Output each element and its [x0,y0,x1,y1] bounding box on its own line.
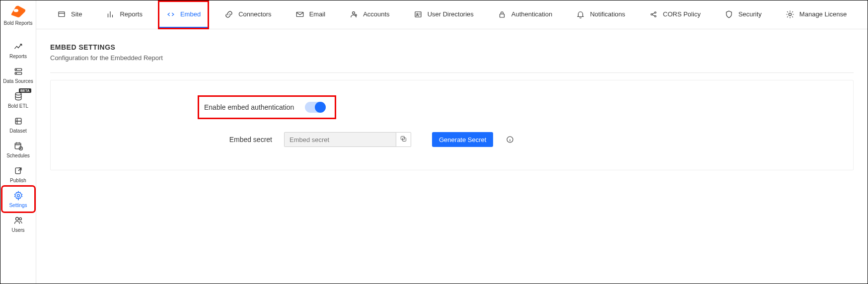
svg-point-18 [417,13,418,14]
svg-rect-14 [296,12,303,16]
embed-secret-input[interactable] [284,132,396,147]
settings-panel: Enable embed authentication Embed secret [50,80,854,170]
svg-point-21 [654,11,656,13]
enable-embed-auth-toggle[interactable] [305,102,326,113]
svg-point-4 [16,73,16,73]
tab-security[interactable]: Security [718,2,769,28]
dataset-icon [13,116,23,126]
enable-embed-auth-label: Enable embed authentication [204,103,294,111]
tab-cors-policy[interactable]: CORS Policy [642,2,708,28]
tab-label: Email [309,10,326,18]
tab-label: Manage License [799,10,847,18]
sidebar-item-label: Data Sources [3,78,33,84]
copy-secret-button[interactable] [396,132,411,147]
bars-icon [106,10,115,19]
chart-line-icon [13,42,23,52]
users-icon [13,215,23,225]
share-icon [13,166,23,176]
tab-embed[interactable]: Embed [159,2,208,28]
tab-manage-license[interactable]: Manage License [779,2,854,28]
server-icon [13,67,23,76]
tab-site[interactable]: Site [50,2,89,28]
bell-icon [576,10,585,19]
main: Site Reports Embed Connectors Email Acco… [36,0,868,284]
sidebar-item-users[interactable]: Users [2,212,34,236]
svg-point-23 [789,13,791,15]
sidebar-item-label: Settings [9,203,27,208]
sidebar-item-label: Publish [10,178,26,183]
svg-point-0 [13,9,18,12]
copy-icon [400,135,407,144]
tab-label: CORS Policy [663,10,701,18]
sidebar-item-publish[interactable]: Publish [2,162,34,187]
sidebar-item-label: Users [11,227,24,233]
tab-notifications[interactable]: Notifications [569,2,632,28]
tab-label: Security [738,10,762,18]
info-icon[interactable] [506,136,514,143]
tab-reports[interactable]: Reports [99,2,149,28]
sidebar-item-label: Reports [9,54,27,59]
svg-point-22 [654,15,656,17]
brand-name: Bold Reports [4,20,33,26]
account-icon [349,10,358,19]
sidebar-item-label: Bold ETL [8,103,28,109]
svg-rect-19 [500,14,504,17]
brand-logo [8,4,29,18]
svg-point-10 [17,194,19,197]
embed-secret-label: Embed secret [51,136,284,143]
sidebar-item-bold-etl[interactable]: BETA Bold ETL [2,87,34,112]
link-icon [224,10,233,19]
sidebar-item-data-sources[interactable]: Data Sources [2,63,34,87]
content: EMBED SETTINGS Configuration for the Emb… [36,29,868,170]
cors-icon [649,10,658,19]
svg-point-16 [355,14,357,15]
site-icon [57,10,66,19]
tab-label: Reports [120,10,143,18]
directory-icon [414,10,423,19]
svg-rect-7 [15,143,21,149]
divider [50,72,854,73]
page-subtitle: Configuration for the Embedded Report [50,54,868,62]
svg-point-3 [16,69,16,70]
tab-label: Connectors [238,10,271,18]
tab-authentication[interactable]: Authentication [491,2,559,28]
svg-point-15 [353,11,355,14]
sidebar-item-label: Schedules [6,153,30,158]
svg-point-20 [651,13,652,15]
tab-label: Site [71,10,82,18]
tab-label: Accounts [363,10,389,18]
tab-label: User Directories [428,10,474,18]
tab-email[interactable]: Email [289,2,333,28]
tab-label: Notifications [590,10,625,18]
tab-user-directories[interactable]: User Directories [407,2,481,28]
sidebar-item-schedules[interactable]: Schedules [2,137,34,162]
tab-label: Authentication [511,10,552,18]
top-nav: Site Reports Embed Connectors Email Acco… [36,0,868,29]
beta-badge: BETA [19,88,31,93]
calendar-clock-icon [13,141,23,151]
shield-icon [724,10,733,19]
mail-icon [295,10,304,19]
svg-point-12 [19,217,21,220]
sidebar-item-settings[interactable]: Settings [2,187,34,212]
svg-rect-13 [59,11,65,16]
sidebar-item-label: Dataset [9,128,26,134]
generate-secret-button[interactable]: Generate Secret [432,132,493,147]
code-icon [166,10,175,19]
svg-point-11 [15,217,18,220]
license-icon [786,10,795,19]
page-title: EMBED SETTINGS [50,43,868,51]
sidebar-item-dataset[interactable]: Dataset [2,112,34,137]
lock-icon [498,10,506,19]
tab-label: Embed [180,10,201,18]
sidebar-item-reports[interactable]: Reports [2,38,34,63]
gear-icon [13,191,23,201]
svg-rect-9 [15,168,20,174]
tab-connectors[interactable]: Connectors [217,2,278,28]
sidebar: Bold Reports Reports Data Sources BETA B… [0,0,36,284]
tab-accounts[interactable]: Accounts [342,2,396,28]
